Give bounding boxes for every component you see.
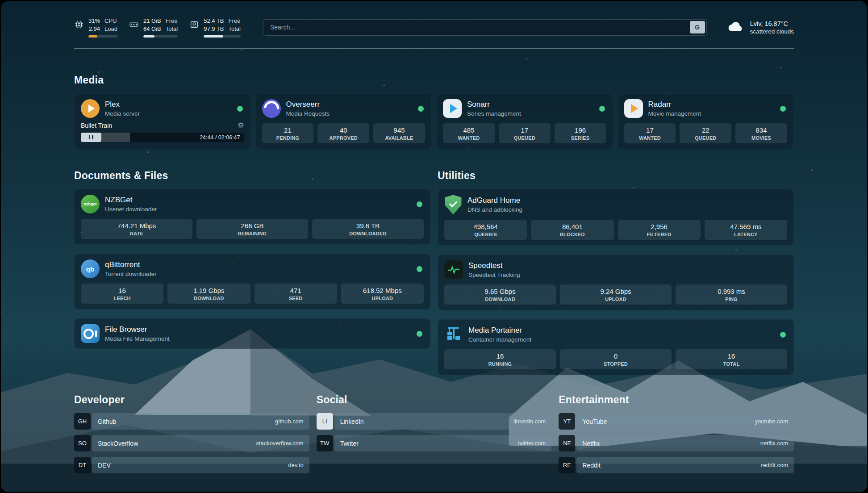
status-dot bbox=[417, 201, 422, 207]
stat-available: 945 AVAILABLE bbox=[373, 123, 425, 143]
link-netflix[interactable]: NF Netflix netflix.com bbox=[559, 435, 794, 451]
twitter-icon[interactable]: TW bbox=[317, 435, 333, 451]
plex-icon bbox=[81, 99, 100, 118]
link-reddit[interactable]: RE Reddit reddit.com bbox=[559, 457, 794, 473]
nzbget-card[interactable]: nzbget NZBGet Usenet downloader 744.21 M… bbox=[74, 189, 430, 245]
section-title-documents: Documents & Files bbox=[74, 170, 430, 182]
section-title-entertainment: Entertainment bbox=[559, 394, 794, 406]
top-bar: 31% 2.94 CPU Load bbox=[74, 17, 794, 38]
weather-widget: Lviv, 16.87°C scattered clouds bbox=[727, 20, 794, 35]
memory-icon bbox=[129, 20, 139, 31]
stat-ping: 0.993 ms PING bbox=[676, 284, 787, 305]
link-stackoverflow[interactable]: SO StackOverflow stackoverflow.com bbox=[74, 435, 309, 451]
link-url: stackoverflow.com bbox=[256, 440, 303, 447]
stat-rate: 744.21 Mbps RATE bbox=[81, 219, 192, 239]
app-subtitle: Movie management bbox=[648, 110, 701, 117]
speedtest-icon bbox=[444, 260, 463, 279]
link-twitter[interactable]: TW Twitter twitter.com bbox=[317, 435, 552, 451]
app-subtitle: Speedtest Tracking bbox=[468, 272, 520, 278]
adguard-card[interactable]: AdGuard Home DNS and adblocking 498,564 … bbox=[438, 189, 794, 246]
app-name: AdGuard Home bbox=[467, 196, 522, 205]
link-url: twitter.com bbox=[518, 440, 546, 447]
settings-gear-icon[interactable]: ⚙ bbox=[238, 122, 244, 129]
stat-remaining: 266 GB REMAINING bbox=[196, 219, 308, 239]
linkedin-icon[interactable]: LI bbox=[317, 413, 333, 430]
disk-icon bbox=[189, 20, 199, 31]
cloud-icon bbox=[727, 20, 744, 35]
status-dot bbox=[418, 106, 424, 112]
stat-total: 16 TOTAL bbox=[676, 349, 787, 369]
playback-progress-bar[interactable]: 24:44 / 02:06:47 bbox=[81, 133, 244, 142]
link-youtube[interactable]: YT YouTube youtube.com bbox=[559, 413, 794, 430]
github-icon[interactable]: GH bbox=[74, 413, 91, 430]
link-github[interactable]: GH Github github.com bbox=[74, 413, 309, 430]
section-media: Media Plex Media server Bullet Train bbox=[74, 74, 794, 149]
dashboard-screen: 31% 2.94 CPU Load bbox=[1, 1, 867, 492]
youtube-icon[interactable]: YT bbox=[559, 413, 575, 430]
link-label: Reddit bbox=[582, 462, 600, 469]
search-input[interactable] bbox=[265, 24, 690, 31]
app-subtitle: Media server bbox=[105, 110, 140, 117]
app-name: File Browser bbox=[105, 325, 170, 334]
section-title-media: Media bbox=[74, 74, 794, 86]
link-label: YouTube bbox=[582, 418, 607, 425]
section-title-social: Social bbox=[317, 394, 552, 406]
speedtest-card[interactable]: Speedtest Speedtest Tracking 9.65 Gbps D… bbox=[438, 255, 794, 310]
disk-total: 97.9 TB bbox=[204, 25, 224, 33]
stat-download: 1.19 Gbps DOWNLOAD bbox=[167, 284, 250, 304]
cpu-usage-bar bbox=[88, 35, 117, 38]
search-bar[interactable]: G bbox=[263, 19, 707, 36]
search-engine-button[interactable]: G bbox=[690, 21, 705, 33]
stat-queries: 498,564 QUERIES bbox=[444, 220, 527, 240]
app-name: Speedtest bbox=[468, 261, 520, 270]
sonarr-icon bbox=[443, 99, 462, 118]
link-label: Github bbox=[98, 418, 116, 425]
stat-running: 16 RUNNING bbox=[444, 349, 556, 369]
status-dot bbox=[417, 331, 422, 337]
stat-leech: 16 LEECH bbox=[81, 284, 163, 304]
pause-icon[interactable] bbox=[81, 133, 101, 142]
stat-pending: 21 PENDING bbox=[262, 123, 314, 143]
memory-total: 64 GiB bbox=[143, 25, 161, 33]
reddit-icon[interactable]: RE bbox=[559, 457, 575, 473]
system-widgets: 31% 2.94 CPU Load bbox=[74, 17, 241, 38]
sonarr-card[interactable]: Sonarr Series management 485 WANTED 17 Q… bbox=[436, 93, 613, 149]
netflix-icon[interactable]: NF bbox=[559, 435, 575, 451]
app-name: Sonarr bbox=[467, 100, 521, 109]
qbittorrent-card[interactable]: qb qBittorrent Torrent downloader 16 LEE… bbox=[74, 254, 430, 309]
stat-upload: 618.52 Mbps UPLOAD bbox=[341, 284, 424, 304]
portainer-card[interactable]: Media Portainer Container management 16 … bbox=[438, 319, 794, 375]
link-label: DEV bbox=[98, 462, 111, 469]
overseerr-icon bbox=[262, 99, 281, 118]
link-dev-to[interactable]: DT DEV dev.to bbox=[74, 457, 309, 473]
portainer-icon bbox=[444, 325, 463, 344]
memory-free-label: Free bbox=[166, 17, 178, 25]
dev-to-icon[interactable]: DT bbox=[74, 457, 91, 473]
plex-card[interactable]: Plex Media server Bullet Train ⚙ 24:44 /… bbox=[74, 93, 251, 149]
memory-widget: 21 GiB 64 GiB Free Total bbox=[129, 17, 178, 38]
section-documents-files: Documents & Files nzbget NZBGet Usenet d… bbox=[74, 170, 430, 349]
overseerr-card[interactable]: Overseerr Media Requests 21 PENDING 40 A… bbox=[255, 93, 432, 149]
disk-free-label: Free bbox=[228, 17, 240, 25]
app-name: Radarr bbox=[648, 100, 701, 109]
qbittorrent-icon: qb bbox=[81, 259, 100, 278]
stackoverflow-icon[interactable]: SO bbox=[74, 435, 91, 451]
app-name: Plex bbox=[105, 100, 140, 109]
filebrowser-card[interactable]: File Browser Media File Management bbox=[74, 318, 430, 349]
link-url: linkedin.com bbox=[513, 418, 546, 425]
disk-total-label: Total bbox=[228, 25, 240, 33]
disk-widget: 52.4 TB 97.9 TB Free Total bbox=[189, 17, 241, 38]
link-label: LinkedIn bbox=[340, 418, 364, 425]
app-name: Overseerr bbox=[286, 100, 330, 109]
cpu-chip-icon bbox=[74, 20, 84, 31]
disk-usage-bar bbox=[204, 35, 241, 38]
weather-condition: scattered clouds bbox=[750, 28, 794, 35]
adguard-shield-icon bbox=[444, 195, 462, 214]
link-linkedin[interactable]: LI LinkedIn linkedin.com bbox=[317, 413, 552, 430]
link-label: Twitter bbox=[340, 440, 359, 447]
status-dot bbox=[237, 106, 243, 112]
radarr-card[interactable]: Radarr Movie management 17 WANTED 22 QUE… bbox=[618, 93, 794, 149]
app-name: Media Portainer bbox=[468, 326, 531, 335]
memory-usage-bar bbox=[143, 35, 178, 38]
header-divider bbox=[74, 48, 794, 49]
